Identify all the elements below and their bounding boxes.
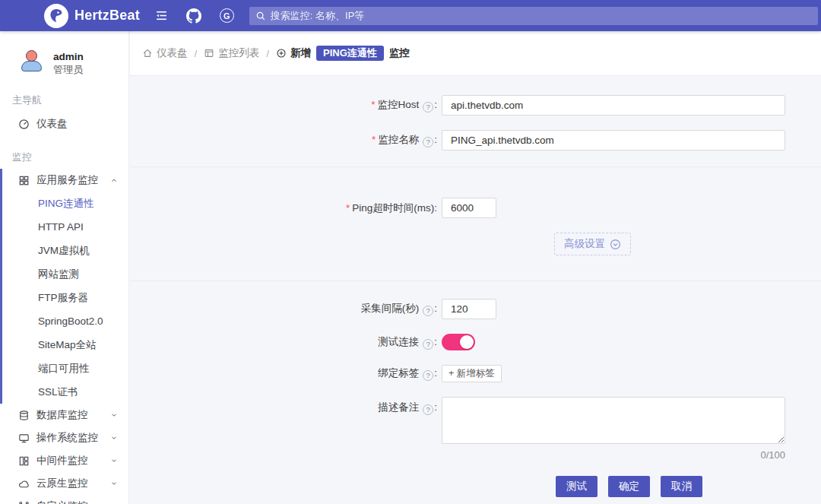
interval-label: 采集间隔(秒)?: <box>130 302 437 316</box>
top-navbar: HertzBeat G <box>0 0 821 31</box>
cancel-button[interactable]: 取消 <box>661 476 702 497</box>
breadcrumb-monitor-list[interactable]: 监控列表 <box>204 46 259 60</box>
breadcrumb-dashboard[interactable]: 仪表盘 <box>142 46 188 60</box>
user-role: 管理员 <box>53 63 84 76</box>
sidebar-item-custom[interactable]: 自定义监控 <box>0 495 128 504</box>
advanced-settings-button[interactable]: 高级设置 <box>554 233 631 255</box>
host-input[interactable] <box>442 95 785 116</box>
breadcrumb-add: 新增 <box>276 46 311 60</box>
description-label: 描述备注?: <box>130 397 437 415</box>
help-icon[interactable]: ? <box>423 137 433 147</box>
help-icon[interactable]: ? <box>423 306 433 316</box>
sidebar-item-ping[interactable]: PING连通性 <box>2 192 128 215</box>
sidebar-item-ssl[interactable]: SSL证书 <box>2 380 128 404</box>
github-icon[interactable] <box>186 8 201 24</box>
help-icon[interactable]: ? <box>423 339 433 350</box>
avatar <box>17 48 46 78</box>
help-icon[interactable]: ? <box>423 370 433 381</box>
help-icon[interactable]: ? <box>423 102 433 113</box>
dashboard-icon <box>18 119 30 130</box>
sidebar-item-app-service[interactable]: 应用服务监控 <box>2 169 128 192</box>
form-actions: 测试 确定 取消 <box>556 476 821 497</box>
sidebar-item-dashboard[interactable]: 仪表盘 <box>0 113 128 135</box>
brand-title: HertzBeat <box>74 8 140 24</box>
chevron-up-icon <box>110 176 118 184</box>
app-service-submenu: 应用服务监控 PING连通性 HTTP API JVM虚拟机 网站监测 FTP服… <box>0 169 128 404</box>
test-connect-toggle[interactable] <box>442 334 475 350</box>
tags-label: 绑定标签?: <box>130 366 437 381</box>
test-connect-label: 测试连接?: <box>130 335 437 350</box>
char-counter: 0/100 <box>442 449 785 461</box>
sidebar-item-springboot[interactable]: SpringBoot2.0 <box>2 309 128 333</box>
monitor-list-icon <box>204 48 214 59</box>
custom-icon <box>18 501 30 504</box>
hertzbeat-logo-icon <box>44 4 68 28</box>
chevron-down-circle-icon <box>610 239 621 250</box>
sidebar-item-port[interactable]: 端口可用性 <box>2 357 128 380</box>
sidebar-item-database[interactable]: 数据库监控 <box>0 404 128 426</box>
database-icon <box>18 410 30 421</box>
monitor-type-badge: PING连通性 <box>316 46 384 61</box>
sidebar-item-sitemap[interactable]: SiteMap全站 <box>2 333 128 357</box>
sidebar-item-jvm[interactable]: JVM虚拟机 <box>2 239 128 262</box>
chevron-down-icon <box>110 411 118 419</box>
sidebar-item-ftp[interactable]: FTP服务器 <box>2 286 128 309</box>
sidebar-item-middleware[interactable]: 中间件监控 <box>0 449 128 472</box>
sidebar-item-os[interactable]: 操作系统监控 <box>0 426 128 449</box>
monitor-name-input[interactable] <box>442 130 785 151</box>
chevron-down-icon <box>110 457 118 464</box>
sidebar: admin 管理员 主导航 仪表盘 监控 应用服务监控 <box>0 31 129 504</box>
search-icon <box>255 11 266 21</box>
common-params-section: 采集间隔(秒)?: 测试连接?: 绑定标签?: + 新增标签 描述 <box>130 281 821 504</box>
chevron-down-icon <box>110 480 118 487</box>
search-input[interactable] <box>249 7 818 25</box>
interval-input[interactable] <box>442 299 496 319</box>
help-icon[interactable]: ? <box>423 404 433 415</box>
add-tag-button[interactable]: + 新增标签 <box>442 365 502 382</box>
name-label: *监控名称?: <box>130 133 437 147</box>
ping-timeout-input[interactable] <box>442 198 496 218</box>
cloud-icon <box>18 478 30 490</box>
menu-fold-icon[interactable] <box>155 9 168 22</box>
timeout-label: *Ping超时时间(ms): <box>130 201 437 215</box>
sidebar-item-cloud-native[interactable]: 云原生监控 <box>0 472 128 495</box>
nav-group-label: 主导航 <box>0 94 128 107</box>
home-icon <box>142 48 153 59</box>
chevron-down-icon <box>110 434 118 442</box>
confirm-button[interactable]: 确定 <box>608 476 650 497</box>
test-button[interactable]: 测试 <box>556 476 598 497</box>
gitee-icon[interactable]: G <box>220 8 234 23</box>
appstore-icon <box>18 175 30 186</box>
description-textarea[interactable] <box>442 397 785 444</box>
monitor-group-label: 监控 <box>0 151 128 164</box>
plus-circle-icon <box>276 48 287 59</box>
main-content: 仪表盘 / 监控列表 / 新增 PING连通性 监控 *监控Host?: <box>130 0 821 504</box>
os-icon <box>18 433 30 444</box>
brand[interactable]: HertzBeat <box>0 4 140 28</box>
protocol-params-section: *Ping超时时间(ms): 高级设置 <box>130 167 821 281</box>
middleware-icon <box>18 455 30 467</box>
sidebar-item-website[interactable]: 网站监测 <box>2 262 128 286</box>
breadcrumb-suffix: 监控 <box>389 46 410 60</box>
user-block[interactable]: admin 管理员 <box>0 31 128 78</box>
sidebar-item-http-api[interactable]: HTTP API <box>2 215 128 239</box>
user-name: admin <box>53 50 84 63</box>
basic-params-section: *监控Host?: *监控名称?: <box>130 76 821 167</box>
host-label: *监控Host?: <box>130 98 437 113</box>
breadcrumb: 仪表盘 / 监控列表 / 新增 PING连通性 监控 <box>130 31 821 76</box>
